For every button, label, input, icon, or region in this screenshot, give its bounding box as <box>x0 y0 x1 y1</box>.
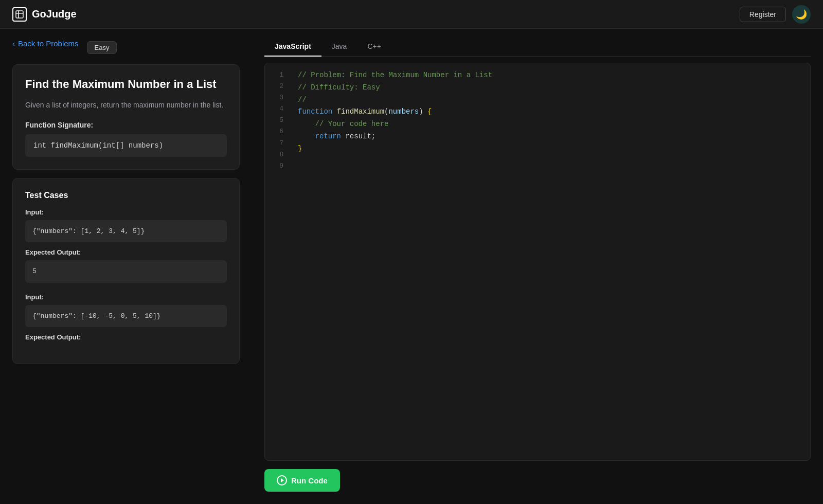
output-label-1: Expected Output: <box>25 248 227 256</box>
svg-rect-1 <box>16 13 23 14</box>
logo-text: GoJudge <box>32 8 77 20</box>
chevron-left-icon: ‹ <box>12 39 15 48</box>
problem-description: Given a list of integers, return the max… <box>25 99 227 111</box>
input-value-1: {"numbers": [1, 2, 3, 4, 5]} <box>25 220 227 243</box>
line-num-6: 6 <box>271 126 283 137</box>
line-num-5: 5 <box>271 115 283 126</box>
line-num-2: 2 <box>271 81 283 92</box>
code-line-1: // Problem: Find the Maximum Number in a… <box>298 69 802 82</box>
code-editor[interactable]: 1 2 3 4 5 6 7 8 9 // Problem: Find the M… <box>264 63 811 461</box>
back-to-problems-link[interactable]: ‹ Back to Problems <box>12 39 79 48</box>
output-label-2: Expected Output: <box>25 333 227 341</box>
input-label-2: Input: <box>25 293 227 301</box>
back-link-label: Back to Problems <box>18 39 79 48</box>
test-cases-card: Test Cases Input: {"numbers": [1, 2, 3, … <box>12 178 240 365</box>
input-value-2: {"numbers": [-10, -5, 0, 5, 10]} <box>25 305 227 328</box>
test-cases-title: Test Cases <box>25 191 227 200</box>
code-line-7: } <box>298 143 802 155</box>
header-right: Register 🌙 <box>740 5 811 24</box>
line-num-8: 8 <box>271 149 283 160</box>
svg-rect-2 <box>18 11 19 18</box>
code-line-4: function findMaximum(numbers) { <box>298 106 802 118</box>
logo: GoJudge <box>12 7 77 22</box>
code-line-5: // Your code here <box>298 118 802 131</box>
back-row: ‹ Back to Problems Easy <box>12 39 240 56</box>
main-layout: ‹ Back to Problems Easy Find the Maximum… <box>0 29 823 504</box>
line-num-3: 3 <box>271 92 283 103</box>
output-value-1: 5 <box>25 260 227 283</box>
line-num-9: 9 <box>271 160 283 172</box>
svg-rect-0 <box>16 11 23 18</box>
problem-title: Find the Maximum Number in a List <box>25 77 227 92</box>
test-case-1: Input: {"numbers": [1, 2, 3, 4, 5]} Expe… <box>25 208 227 283</box>
code-content: // Problem: Find the Maximum Number in a… <box>290 69 810 454</box>
register-button[interactable]: Register <box>740 7 786 22</box>
code-line-6: return result; <box>298 131 802 143</box>
code-lines: 1 2 3 4 5 6 7 8 9 // Problem: Find the M… <box>265 63 810 460</box>
problem-card: Find the Maximum Number in a List Given … <box>12 64 240 170</box>
line-num-4: 4 <box>271 103 283 115</box>
code-line-8 <box>298 155 802 168</box>
code-line-2: // Difficulty: Easy <box>298 82 802 94</box>
line-num-1: 1 <box>271 69 283 81</box>
code-line-9 <box>298 167 802 179</box>
theme-toggle-button[interactable]: 🌙 <box>792 5 811 24</box>
header: GoJudge Register 🌙 <box>0 0 823 29</box>
tab-cpp[interactable]: C++ <box>357 37 391 57</box>
logo-icon <box>12 7 27 22</box>
input-label-1: Input: <box>25 208 227 216</box>
language-tabs: JavaScript Java C++ <box>264 37 811 57</box>
code-line-3: // <box>298 94 802 106</box>
run-code-button[interactable]: Run Code <box>264 469 340 492</box>
right-panel: JavaScript Java C++ 1 2 3 4 5 6 7 8 9 <box>252 29 823 504</box>
line-num-7: 7 <box>271 138 283 149</box>
test-case-2: Input: {"numbers": [-10, -5, 0, 5, 10]} … <box>25 293 227 341</box>
tab-java[interactable]: Java <box>321 37 357 57</box>
difficulty-badge: Easy <box>87 41 117 54</box>
func-sig-box: int findMaximum(int[] numbers) <box>25 134 227 157</box>
run-button-label: Run Code <box>291 476 328 485</box>
run-icon <box>277 475 287 485</box>
func-sig-label: Function Signature: <box>25 121 227 129</box>
left-panel: ‹ Back to Problems Easy Find the Maximum… <box>0 29 252 504</box>
line-numbers: 1 2 3 4 5 6 7 8 9 <box>265 69 290 454</box>
tab-javascript[interactable]: JavaScript <box>264 37 321 57</box>
